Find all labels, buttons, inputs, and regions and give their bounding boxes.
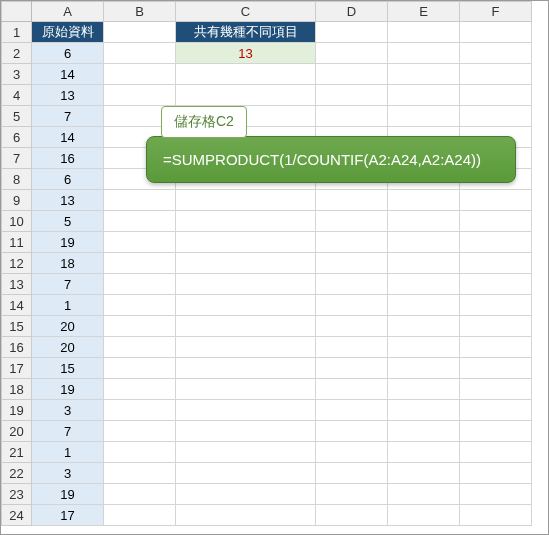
cell-C21[interactable] xyxy=(176,442,316,463)
cell-F13[interactable] xyxy=(460,274,532,295)
row-head-7[interactable]: 7 xyxy=(2,148,32,169)
cell-E23[interactable] xyxy=(388,484,460,505)
cell-F21[interactable] xyxy=(460,442,532,463)
cell-A23[interactable]: 19 xyxy=(32,484,104,505)
cell-A16[interactable]: 20 xyxy=(32,337,104,358)
row-head-8[interactable]: 8 xyxy=(2,169,32,190)
cell-E24[interactable] xyxy=(388,505,460,526)
cell-A20[interactable]: 7 xyxy=(32,421,104,442)
cell-D12[interactable] xyxy=(316,253,388,274)
cell-A9[interactable]: 13 xyxy=(32,190,104,211)
cell-B11[interactable] xyxy=(104,232,176,253)
cell-C17[interactable] xyxy=(176,358,316,379)
cell-F4[interactable] xyxy=(460,85,532,106)
cell-C18[interactable] xyxy=(176,379,316,400)
cell-F24[interactable] xyxy=(460,505,532,526)
row-head-24[interactable]: 24 xyxy=(2,505,32,526)
cell-A7[interactable]: 16 xyxy=(32,148,104,169)
cell-A14[interactable]: 1 xyxy=(32,295,104,316)
row-head-10[interactable]: 10 xyxy=(2,211,32,232)
cell-A3[interactable]: 14 xyxy=(32,64,104,85)
cell-A15[interactable]: 20 xyxy=(32,316,104,337)
row-head-20[interactable]: 20 xyxy=(2,421,32,442)
cell-D1[interactable] xyxy=(316,22,388,43)
row-head-13[interactable]: 13 xyxy=(2,274,32,295)
cell-C14[interactable] xyxy=(176,295,316,316)
cell-D15[interactable] xyxy=(316,316,388,337)
cell-A22[interactable]: 3 xyxy=(32,463,104,484)
cell-C22[interactable] xyxy=(176,463,316,484)
row-head-12[interactable]: 12 xyxy=(2,253,32,274)
cell-D16[interactable] xyxy=(316,337,388,358)
row-head-11[interactable]: 11 xyxy=(2,232,32,253)
cell-E20[interactable] xyxy=(388,421,460,442)
cell-D24[interactable] xyxy=(316,505,388,526)
row-head-22[interactable]: 22 xyxy=(2,463,32,484)
cell-D3[interactable] xyxy=(316,64,388,85)
cell-B9[interactable] xyxy=(104,190,176,211)
cell-F22[interactable] xyxy=(460,463,532,484)
cell-A18[interactable]: 19 xyxy=(32,379,104,400)
cell-F18[interactable] xyxy=(460,379,532,400)
cell-B12[interactable] xyxy=(104,253,176,274)
cell-B18[interactable] xyxy=(104,379,176,400)
cell-B20[interactable] xyxy=(104,421,176,442)
cell-E10[interactable] xyxy=(388,211,460,232)
cell-B24[interactable] xyxy=(104,505,176,526)
cell-C4[interactable] xyxy=(176,85,316,106)
cell-A8[interactable]: 6 xyxy=(32,169,104,190)
cell-F17[interactable] xyxy=(460,358,532,379)
cell-A1[interactable]: 原始資料 xyxy=(32,22,104,43)
cell-A5[interactable]: 7 xyxy=(32,106,104,127)
row-head-1[interactable]: 1 xyxy=(2,22,32,43)
cell-C23[interactable] xyxy=(176,484,316,505)
cell-A21[interactable]: 1 xyxy=(32,442,104,463)
cell-D9[interactable] xyxy=(316,190,388,211)
cell-B3[interactable] xyxy=(104,64,176,85)
row-head-19[interactable]: 19 xyxy=(2,400,32,421)
cell-B1[interactable] xyxy=(104,22,176,43)
cell-D22[interactable] xyxy=(316,463,388,484)
cell-E19[interactable] xyxy=(388,400,460,421)
cell-D19[interactable] xyxy=(316,400,388,421)
col-head-E[interactable]: E xyxy=(388,2,460,22)
cell-C2[interactable]: 13 xyxy=(176,43,316,64)
cell-A17[interactable]: 15 xyxy=(32,358,104,379)
cell-C3[interactable] xyxy=(176,64,316,85)
cell-A2[interactable]: 6 xyxy=(32,43,104,64)
cell-A11[interactable]: 19 xyxy=(32,232,104,253)
cell-C1[interactable]: 共有幾種不同項目 xyxy=(176,22,316,43)
cell-D23[interactable] xyxy=(316,484,388,505)
cell-F12[interactable] xyxy=(460,253,532,274)
cell-D2[interactable] xyxy=(316,43,388,64)
cell-B2[interactable] xyxy=(104,43,176,64)
cell-B21[interactable] xyxy=(104,442,176,463)
cell-F3[interactable] xyxy=(460,64,532,85)
col-head-A[interactable]: A xyxy=(32,2,104,22)
cell-F1[interactable] xyxy=(460,22,532,43)
cell-A13[interactable]: 7 xyxy=(32,274,104,295)
cell-F14[interactable] xyxy=(460,295,532,316)
cell-A6[interactable]: 14 xyxy=(32,127,104,148)
cell-F15[interactable] xyxy=(460,316,532,337)
cell-F9[interactable] xyxy=(460,190,532,211)
row-head-15[interactable]: 15 xyxy=(2,316,32,337)
cell-F11[interactable] xyxy=(460,232,532,253)
row-head-18[interactable]: 18 xyxy=(2,379,32,400)
cell-B10[interactable] xyxy=(104,211,176,232)
cell-F2[interactable] xyxy=(460,43,532,64)
cell-B14[interactable] xyxy=(104,295,176,316)
cell-D14[interactable] xyxy=(316,295,388,316)
cell-F19[interactable] xyxy=(460,400,532,421)
row-head-23[interactable]: 23 xyxy=(2,484,32,505)
row-head-2[interactable]: 2 xyxy=(2,43,32,64)
cell-F23[interactable] xyxy=(460,484,532,505)
cell-C11[interactable] xyxy=(176,232,316,253)
row-head-3[interactable]: 3 xyxy=(2,64,32,85)
cell-C10[interactable] xyxy=(176,211,316,232)
cell-F16[interactable] xyxy=(460,337,532,358)
cell-E17[interactable] xyxy=(388,358,460,379)
row-head-21[interactable]: 21 xyxy=(2,442,32,463)
cell-B23[interactable] xyxy=(104,484,176,505)
select-all-corner[interactable] xyxy=(2,2,32,22)
